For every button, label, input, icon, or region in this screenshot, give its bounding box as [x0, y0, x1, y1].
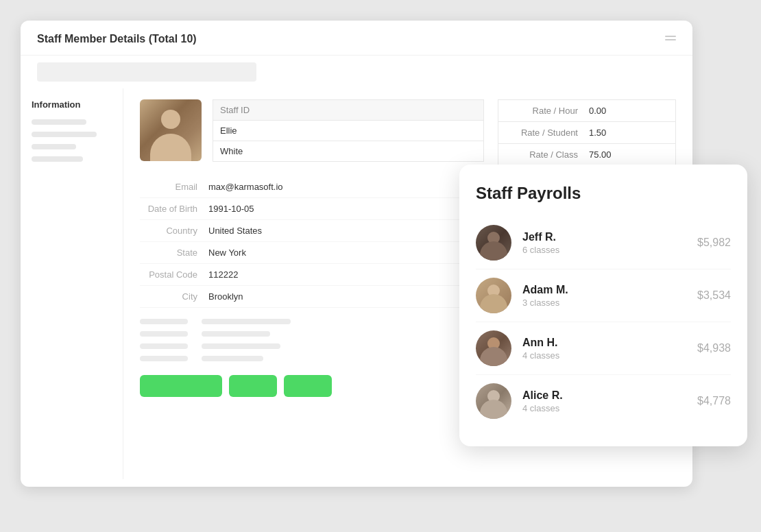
skeleton-line	[202, 356, 263, 361]
payroll-name-alice: Alice R.	[522, 389, 686, 402]
payroll-classes-ann: 4 classes	[522, 350, 686, 361]
skeleton-col-1	[140, 319, 188, 361]
skeleton-line	[202, 343, 280, 349]
payroll-item-adam: Adam M. 3 classes $3,534	[476, 269, 731, 322]
payroll-name-jeff: Jeff R.	[522, 231, 686, 243]
payroll-info-alice: Alice R. 4 classes	[522, 389, 686, 413]
skeleton-line	[202, 331, 270, 337]
staff-name-fields: Staff ID Ellie White	[213, 99, 484, 165]
sidebar-line-3	[32, 144, 76, 149]
payroll-name-adam: Adam M.	[522, 284, 686, 296]
state-value[interactable]: New York	[208, 247, 246, 258]
payroll-amount-ann: $4,938	[697, 342, 731, 354]
payroll-classes-jeff: 6 classes	[522, 245, 686, 255]
payroll-avatar-jeff	[476, 225, 511, 261]
country-label: Country	[140, 226, 208, 236]
left-top: Staff ID Ellie White	[140, 99, 484, 165]
city-label: City	[140, 291, 208, 302]
rate-student-value[interactable]: 1.50	[589, 128, 606, 138]
staff-lastname[interactable]: White	[213, 141, 484, 162]
skeleton-line	[140, 343, 188, 349]
payroll-info-jeff: Jeff R. 6 classes	[522, 231, 686, 255]
skeleton-col-2	[202, 319, 291, 361]
payroll-classes-alice: 4 classes	[522, 403, 686, 413]
skeleton-line	[202, 319, 291, 324]
country-value[interactable]: United States	[208, 226, 262, 236]
sidebar-line-2	[32, 132, 97, 137]
payroll-item-alice: Alice R. 4 classes $4,778	[476, 375, 731, 427]
skeleton-line	[140, 319, 188, 324]
sidebar-line-4	[32, 156, 83, 162]
skeleton-line	[140, 331, 188, 337]
payroll-title: Staff Payrolls	[476, 184, 731, 203]
dob-label: Date of Birth	[140, 204, 208, 214]
dob-value[interactable]: 1991-10-05	[208, 204, 254, 214]
staff-avatar	[140, 99, 202, 161]
sidebar-item-information[interactable]: Information	[32, 99, 112, 110]
action-button-2[interactable]	[284, 375, 332, 397]
payroll-card: Staff Payrolls Jeff R. 6 classes $5,982 …	[459, 165, 747, 446]
payroll-avatar-alice	[476, 383, 511, 419]
payroll-amount-jeff: $5,982	[697, 237, 731, 249]
rate-block: Rate / Hour 0.00 Rate / Student 1.50 Rat…	[498, 99, 676, 165]
rate-class-row: Rate / Class 75.00	[498, 143, 676, 166]
sidebar-line-1	[32, 119, 86, 125]
email-value[interactable]: max@karmasoft.io	[208, 182, 283, 192]
payroll-classes-adam: 3 classes	[522, 298, 686, 308]
search-bar-row	[21, 56, 692, 88]
rate-class-value[interactable]: 75.00	[589, 149, 612, 160]
minimize-icon[interactable]	[665, 36, 676, 43]
postal-value[interactable]: 112222	[208, 269, 238, 280]
state-label: State	[140, 247, 208, 258]
payroll-name-ann: Ann H.	[522, 337, 686, 349]
staff-firstname[interactable]: Ellie	[213, 121, 484, 141]
staff-id-label: Staff ID	[213, 99, 484, 121]
rate-hour-row: Rate / Hour 0.00	[498, 99, 676, 122]
rate-student-row: Rate / Student 1.50	[498, 121, 676, 144]
staff-card-title: Staff Member Details (Total 10)	[37, 33, 197, 45]
skeleton-line	[140, 356, 188, 361]
sidebar: Information	[21, 88, 123, 479]
top-info-section: Staff ID Ellie White Rate / Hour 0.00 Ra…	[140, 99, 676, 165]
rate-hour-label: Rate / Hour	[507, 106, 589, 116]
payroll-amount-adam: $3,534	[697, 289, 731, 302]
city-value[interactable]: Brooklyn	[208, 291, 243, 302]
staff-card-header: Staff Member Details (Total 10)	[21, 21, 692, 56]
payroll-info-ann: Ann H. 4 classes	[522, 337, 686, 361]
postal-label: Postal Code	[140, 269, 208, 280]
action-button-1[interactable]	[229, 375, 277, 397]
rate-class-label: Rate / Class	[507, 149, 589, 160]
payroll-item-ann: Ann H. 4 classes $4,938	[476, 322, 731, 375]
email-label: Email	[140, 182, 208, 192]
payroll-avatar-adam	[476, 278, 511, 313]
save-button[interactable]	[140, 375, 222, 397]
rate-hour-value[interactable]: 0.00	[589, 106, 606, 116]
payroll-avatar-ann	[476, 330, 511, 366]
rate-student-label: Rate / Student	[507, 128, 589, 138]
payroll-item-jeff: Jeff R. 6 classes $5,982	[476, 217, 731, 269]
search-bar[interactable]	[37, 62, 256, 82]
payroll-info-adam: Adam M. 3 classes	[522, 284, 686, 308]
payroll-amount-alice: $4,778	[697, 395, 731, 407]
